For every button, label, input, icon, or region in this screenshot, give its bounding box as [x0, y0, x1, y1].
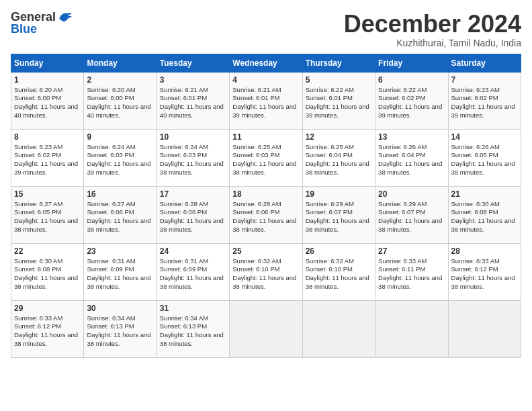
day-number: 3: [160, 75, 226, 85]
calendar-cell: [230, 300, 302, 357]
day-info: Sunrise: 6:29 AM Sunset: 6:07 PM Dayligh…: [378, 200, 445, 234]
calendar-cell: 9 Sunrise: 6:24 AM Sunset: 6:03 PM Dayli…: [84, 129, 157, 186]
calendar-week-row: 15 Sunrise: 6:27 AM Sunset: 6:05 PM Dayl…: [11, 186, 521, 243]
calendar-cell: [302, 300, 375, 357]
day-number: 1: [14, 75, 81, 85]
day-info: Sunrise: 6:26 AM Sunset: 6:04 PM Dayligh…: [378, 143, 445, 177]
day-number: 31: [160, 304, 226, 313]
calendar-cell: 25 Sunrise: 6:32 AM Sunset: 6:10 PM Dayl…: [230, 243, 302, 300]
day-info: Sunrise: 6:30 AM Sunset: 6:08 PM Dayligh…: [451, 200, 518, 234]
day-info: Sunrise: 6:21 AM Sunset: 6:01 PM Dayligh…: [232, 86, 299, 120]
day-info: Sunrise: 6:31 AM Sunset: 6:09 PM Dayligh…: [160, 257, 226, 291]
title-block: December 2024 Kuzhithurai, Tamil Nadu, I…: [344, 11, 521, 48]
day-number: 21: [451, 189, 518, 199]
day-info: Sunrise: 6:22 AM Sunset: 6:02 PM Dayligh…: [378, 86, 445, 120]
calendar-cell: 12 Sunrise: 6:25 AM Sunset: 6:04 PM Dayl…: [302, 129, 375, 186]
weekday-header-sunday: Sunday: [11, 54, 84, 72]
day-info: Sunrise: 6:25 AM Sunset: 6:04 PM Dayligh…: [306, 143, 372, 177]
day-info: Sunrise: 6:21 AM Sunset: 6:01 PM Dayligh…: [160, 86, 226, 120]
day-number: 27: [378, 246, 445, 256]
day-info: Sunrise: 6:33 AM Sunset: 6:12 PM Dayligh…: [14, 314, 81, 349]
day-number: 28: [451, 246, 518, 256]
calendar-cell: 27 Sunrise: 6:33 AM Sunset: 6:11 PM Dayl…: [375, 243, 448, 300]
weekday-header-monday: Monday: [84, 54, 157, 72]
day-number: 10: [160, 132, 226, 142]
day-number: 4: [232, 75, 299, 85]
day-number: 26: [306, 246, 372, 256]
day-info: Sunrise: 6:28 AM Sunset: 6:06 PM Dayligh…: [160, 200, 226, 234]
day-info: Sunrise: 6:32 AM Sunset: 6:10 PM Dayligh…: [232, 257, 299, 291]
weekday-header-saturday: Saturday: [448, 54, 521, 72]
day-number: 25: [232, 246, 299, 256]
day-info: Sunrise: 6:30 AM Sunset: 6:08 PM Dayligh…: [14, 257, 81, 291]
page-header: General Blue December 2024 Kuzhithurai, …: [11, 11, 521, 48]
calendar-cell: 15 Sunrise: 6:27 AM Sunset: 6:05 PM Dayl…: [11, 186, 84, 243]
day-number: 29: [14, 304, 81, 313]
calendar-cell: 10 Sunrise: 6:24 AM Sunset: 6:03 PM Dayl…: [157, 129, 229, 186]
day-number: 14: [451, 132, 518, 142]
calendar-cell: 21 Sunrise: 6:30 AM Sunset: 6:08 PM Dayl…: [448, 186, 521, 243]
calendar-cell: 23 Sunrise: 6:31 AM Sunset: 6:09 PM Dayl…: [84, 243, 157, 300]
calendar-cell: 11 Sunrise: 6:25 AM Sunset: 6:03 PM Dayl…: [230, 129, 302, 186]
day-info: Sunrise: 6:24 AM Sunset: 6:03 PM Dayligh…: [87, 143, 153, 177]
logo-general-text: General: [11, 11, 56, 23]
day-number: 9: [87, 132, 153, 142]
day-info: Sunrise: 6:20 AM Sunset: 6:00 PM Dayligh…: [87, 86, 153, 120]
calendar-cell: 28 Sunrise: 6:33 AM Sunset: 6:12 PM Dayl…: [448, 243, 521, 300]
day-info: Sunrise: 6:34 AM Sunset: 6:13 PM Dayligh…: [87, 314, 153, 349]
calendar-cell: 4 Sunrise: 6:21 AM Sunset: 6:01 PM Dayli…: [230, 72, 302, 129]
calendar-cell: 18 Sunrise: 6:28 AM Sunset: 6:06 PM Dayl…: [230, 186, 302, 243]
calendar-cell: [375, 300, 448, 357]
day-info: Sunrise: 6:28 AM Sunset: 6:06 PM Dayligh…: [232, 200, 299, 234]
calendar-cell: 20 Sunrise: 6:29 AM Sunset: 6:07 PM Dayl…: [375, 186, 448, 243]
calendar-cell: [448, 300, 521, 357]
day-info: Sunrise: 6:26 AM Sunset: 6:05 PM Dayligh…: [451, 143, 518, 177]
calendar-header-row: SundayMondayTuesdayWednesdayThursdayFrid…: [11, 54, 521, 72]
month-title: December 2024: [344, 11, 521, 38]
day-info: Sunrise: 6:27 AM Sunset: 6:06 PM Dayligh…: [87, 200, 153, 234]
calendar-cell: 26 Sunrise: 6:32 AM Sunset: 6:10 PM Dayl…: [302, 243, 375, 300]
calendar-cell: 8 Sunrise: 6:23 AM Sunset: 6:02 PM Dayli…: [11, 129, 84, 186]
calendar-cell: 17 Sunrise: 6:28 AM Sunset: 6:06 PM Dayl…: [157, 186, 229, 243]
day-number: 30: [87, 304, 153, 313]
calendar-cell: 24 Sunrise: 6:31 AM Sunset: 6:09 PM Dayl…: [157, 243, 229, 300]
day-number: 22: [14, 246, 81, 256]
day-number: 20: [378, 189, 445, 199]
day-info: Sunrise: 6:25 AM Sunset: 6:03 PM Dayligh…: [232, 143, 299, 177]
day-info: Sunrise: 6:20 AM Sunset: 6:00 PM Dayligh…: [14, 86, 81, 120]
day-info: Sunrise: 6:23 AM Sunset: 6:02 PM Dayligh…: [451, 86, 518, 120]
day-info: Sunrise: 6:23 AM Sunset: 6:02 PM Dayligh…: [14, 143, 81, 177]
day-info: Sunrise: 6:33 AM Sunset: 6:12 PM Dayligh…: [451, 257, 518, 291]
calendar-cell: 3 Sunrise: 6:21 AM Sunset: 6:01 PM Dayli…: [157, 72, 229, 129]
calendar-cell: 13 Sunrise: 6:26 AM Sunset: 6:04 PM Dayl…: [375, 129, 448, 186]
location-subtitle: Kuzhithurai, Tamil Nadu, India: [344, 38, 521, 48]
day-info: Sunrise: 6:33 AM Sunset: 6:11 PM Dayligh…: [378, 257, 445, 291]
day-number: 17: [160, 189, 226, 199]
day-info: Sunrise: 6:27 AM Sunset: 6:05 PM Dayligh…: [14, 200, 81, 234]
calendar-cell: 14 Sunrise: 6:26 AM Sunset: 6:05 PM Dayl…: [448, 129, 521, 186]
calendar-cell: 31 Sunrise: 6:34 AM Sunset: 6:13 PM Dayl…: [157, 300, 229, 357]
day-number: 23: [87, 246, 153, 256]
day-number: 8: [14, 132, 81, 142]
day-info: Sunrise: 6:31 AM Sunset: 6:09 PM Dayligh…: [87, 257, 153, 291]
calendar-cell: 1 Sunrise: 6:20 AM Sunset: 6:00 PM Dayli…: [11, 72, 84, 129]
calendar-cell: 2 Sunrise: 6:20 AM Sunset: 6:00 PM Dayli…: [84, 72, 157, 129]
day-info: Sunrise: 6:32 AM Sunset: 6:10 PM Dayligh…: [306, 257, 372, 291]
day-info: Sunrise: 6:22 AM Sunset: 6:01 PM Dayligh…: [306, 86, 372, 120]
day-info: Sunrise: 6:29 AM Sunset: 6:07 PM Dayligh…: [306, 200, 372, 234]
calendar-cell: 19 Sunrise: 6:29 AM Sunset: 6:07 PM Dayl…: [302, 186, 375, 243]
calendar-cell: 7 Sunrise: 6:23 AM Sunset: 6:02 PM Dayli…: [448, 72, 521, 129]
calendar-cell: 16 Sunrise: 6:27 AM Sunset: 6:06 PM Dayl…: [84, 186, 157, 243]
logo: General Blue: [11, 11, 73, 35]
day-info: Sunrise: 6:34 AM Sunset: 6:13 PM Dayligh…: [160, 314, 226, 349]
weekday-header-thursday: Thursday: [302, 54, 375, 72]
calendar-cell: 5 Sunrise: 6:22 AM Sunset: 6:01 PM Dayli…: [302, 72, 375, 129]
day-number: 18: [232, 189, 299, 199]
day-number: 5: [306, 75, 372, 85]
day-number: 2: [87, 75, 153, 85]
calendar-cell: 29 Sunrise: 6:33 AM Sunset: 6:12 PM Dayl…: [11, 300, 84, 357]
calendar-cell: 30 Sunrise: 6:34 AM Sunset: 6:13 PM Dayl…: [84, 300, 157, 357]
day-info: Sunrise: 6:24 AM Sunset: 6:03 PM Dayligh…: [160, 143, 226, 177]
calendar-week-row: 22 Sunrise: 6:30 AM Sunset: 6:08 PM Dayl…: [11, 243, 521, 300]
bird-icon: [58, 11, 73, 23]
